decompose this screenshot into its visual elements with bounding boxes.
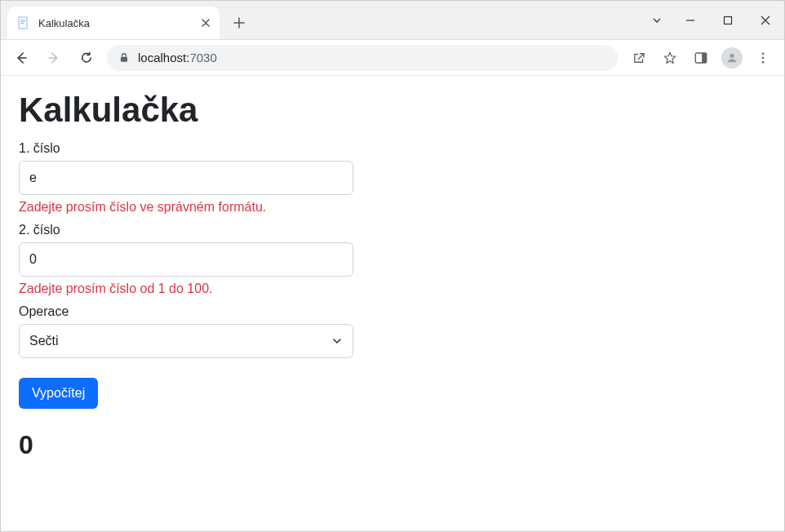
field-1-group: 1. číslo Zadejte prosím číslo ve správné… bbox=[19, 141, 353, 215]
window-titlebar: Kalkulačka bbox=[1, 1, 784, 40]
svg-rect-1 bbox=[20, 20, 25, 20]
close-tab-icon[interactable] bbox=[202, 19, 210, 27]
operation-select[interactable]: Sečti bbox=[19, 324, 353, 358]
bookmark-star-icon[interactable] bbox=[657, 45, 683, 71]
svg-rect-5 bbox=[121, 56, 127, 61]
svg-rect-7 bbox=[702, 53, 707, 63]
toolbar-right bbox=[626, 45, 776, 71]
window-controls bbox=[642, 4, 784, 37]
page-title: Kalkulačka bbox=[19, 91, 766, 130]
field-2-error: Zadejte prosím číslo od 1 do 100. bbox=[19, 282, 353, 296]
svg-point-11 bbox=[762, 60, 765, 63]
chevron-down-icon bbox=[331, 335, 343, 347]
profile-avatar[interactable] bbox=[719, 45, 745, 71]
field-2-label: 2. číslo bbox=[19, 223, 353, 237]
svg-rect-2 bbox=[20, 21, 25, 22]
page-favicon-icon bbox=[17, 16, 30, 29]
field-2-group: 2. číslo Zadejte prosím číslo od 1 do 10… bbox=[19, 223, 353, 296]
reload-button[interactable] bbox=[74, 46, 99, 70]
svg-point-10 bbox=[762, 56, 765, 59]
maximize-button[interactable] bbox=[709, 4, 747, 37]
svg-point-9 bbox=[762, 52, 765, 55]
back-button[interactable] bbox=[9, 46, 33, 70]
url-port: 7030 bbox=[189, 51, 216, 64]
svg-rect-3 bbox=[20, 23, 24, 24]
tab-strip: Kalkulačka bbox=[1, 1, 251, 39]
tab-title: Kalkulačka bbox=[38, 17, 90, 29]
new-tab-button[interactable] bbox=[228, 11, 251, 34]
field-1-label: 1. číslo bbox=[19, 141, 353, 156]
page-content: Kalkulačka 1. číslo Zadejte prosím číslo… bbox=[1, 76, 784, 475]
operation-selected-value: Sečti bbox=[29, 334, 59, 348]
browser-tab[interactable]: Kalkulačka bbox=[7, 7, 220, 39]
svg-rect-4 bbox=[725, 16, 732, 24]
forward-button[interactable] bbox=[42, 46, 66, 70]
browser-toolbar: localhost:7030 bbox=[1, 40, 784, 76]
operation-label: Operace bbox=[19, 304, 353, 319]
side-panel-icon[interactable] bbox=[688, 45, 714, 71]
svg-point-8 bbox=[730, 53, 734, 57]
lock-icon bbox=[118, 52, 130, 64]
url-host: localhost: bbox=[138, 51, 189, 64]
field-1-input[interactable] bbox=[19, 161, 353, 195]
submit-button[interactable]: Vypočítej bbox=[19, 378, 98, 409]
result-value: 0 bbox=[19, 430, 766, 460]
kebab-menu-icon[interactable] bbox=[750, 45, 776, 71]
url-text: localhost:7030 bbox=[138, 51, 217, 64]
field-1-error: Zadejte prosím číslo ve správném formátu… bbox=[19, 200, 353, 215]
chevron-down-icon[interactable] bbox=[642, 4, 672, 37]
share-icon[interactable] bbox=[626, 45, 652, 71]
operation-group: Operace Sečti bbox=[19, 304, 353, 358]
address-bar[interactable]: localhost:7030 bbox=[107, 45, 618, 71]
avatar-icon bbox=[721, 47, 743, 69]
field-2-input[interactable] bbox=[19, 242, 353, 277]
minimize-button[interactable] bbox=[672, 4, 709, 37]
close-window-button[interactable] bbox=[747, 4, 784, 37]
